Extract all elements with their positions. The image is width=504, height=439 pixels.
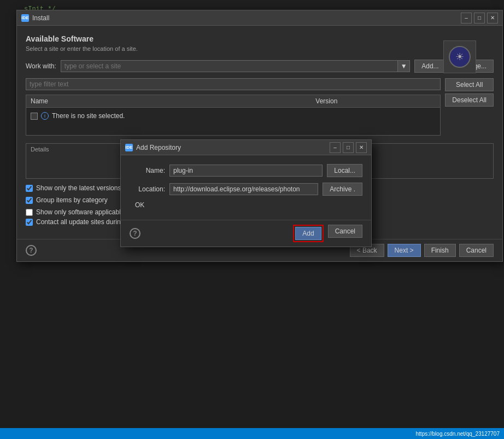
add-repo-minimize-button[interactable]: –	[330, 142, 341, 153]
eclipse-logo: ☀	[449, 46, 471, 68]
archive-button[interactable]: Archive .	[323, 183, 362, 196]
add-repo-action-buttons: Add Cancel	[140, 225, 362, 242]
location-input[interactable]	[169, 183, 318, 195]
ide-icon: IDE	[21, 14, 29, 22]
group-category-label: Group items by category	[36, 196, 108, 204]
status-url: https://blog.csdn.net/qq_23127707	[416, 431, 500, 437]
work-with-input[interactable]	[61, 60, 398, 72]
add-repo-footer: ? Add Cancel	[121, 220, 371, 247]
next-button[interactable]: Next >	[388, 244, 421, 257]
deselect-all-button[interactable]: Deselect All	[445, 93, 494, 107]
add-repo-add-button[interactable]: Add	[295, 227, 321, 240]
latest-versions-checkbox[interactable]	[26, 185, 33, 192]
row-checkbox[interactable]	[31, 113, 38, 120]
filter-row	[26, 78, 441, 90]
work-with-combo: ▼	[61, 60, 410, 72]
name-column-header: Name	[31, 97, 315, 105]
bottom-help: ?	[26, 245, 37, 256]
combo-dropdown-arrow[interactable]: ▼	[398, 60, 410, 72]
add-repo-titlebar: IDE Add Repository – □ ✕	[121, 140, 371, 155]
location-label: Location:	[130, 185, 165, 193]
section-subtitle: Select a site or enter the location of a…	[26, 45, 450, 52]
maximize-button[interactable]: □	[474, 13, 485, 24]
table-row: i There is no site selected.	[31, 111, 436, 121]
ok-text: OK	[130, 201, 362, 209]
add-repo-titlebar-controls: – □ ✕	[330, 142, 367, 153]
group-category-checkbox[interactable]	[26, 197, 33, 204]
add-repo-close-button[interactable]: ✕	[356, 142, 367, 153]
logo-area: ☀	[443, 40, 476, 73]
add-repo-ide-icon: IDE	[125, 144, 133, 151]
add-repo-maximize-button[interactable]: □	[343, 142, 354, 153]
select-all-button[interactable]: Select All	[445, 78, 494, 91]
software-table: Name Version i There is no site selected…	[26, 95, 441, 136]
cancel-button[interactable]: Cancel	[459, 244, 494, 257]
table-body: i There is no site selected.	[26, 108, 440, 135]
add-repository-dialog: IDE Add Repository – □ ✕ Name: Local... …	[120, 139, 372, 247]
minimize-button[interactable]: –	[461, 13, 472, 24]
location-row: Location: Archive .	[130, 183, 362, 196]
titlebar-controls: – □ ✕	[461, 13, 498, 24]
work-with-row: Work with: ▼ Add... Manage...	[26, 60, 494, 73]
info-icon: i	[41, 112, 49, 120]
name-row: Name: Local...	[130, 164, 362, 177]
work-with-label: Work with:	[26, 62, 56, 70]
target-env-checkbox[interactable]	[26, 209, 33, 216]
filter-input[interactable]	[26, 78, 441, 90]
contact-sites-checkbox[interactable]	[26, 219, 33, 226]
name-label: Name:	[130, 167, 165, 174]
side-buttons: Select All Deselect All	[445, 78, 494, 140]
section-title: Available Software	[26, 34, 450, 43]
checkbox-row-group: Group items by category	[26, 195, 108, 205]
close-button[interactable]: ✕	[487, 13, 498, 24]
add-repo-help-icon[interactable]: ?	[130, 228, 140, 239]
add-repo-cancel-button[interactable]: Cancel	[328, 225, 362, 238]
no-site-message: There is no site selected.	[52, 112, 125, 120]
install-dialog-title: Install	[32, 14, 49, 22]
add-repo-title: Add Repository	[136, 144, 181, 151]
name-input[interactable]	[169, 165, 323, 177]
status-bar: https://blog.csdn.net/qq_23127707	[0, 428, 504, 439]
install-dialog-titlebar: IDE Install – □ ✕	[17, 10, 502, 26]
add-button-highlight: Add	[293, 225, 323, 242]
version-column-header: Version	[315, 97, 436, 105]
add-repo-content: Name: Local... Location: Archive . OK	[121, 155, 371, 220]
help-icon[interactable]: ?	[26, 245, 37, 256]
finish-button[interactable]: Finish	[424, 244, 456, 257]
add-button[interactable]: Add...	[414, 60, 446, 73]
table-header: Name Version	[26, 95, 440, 108]
local-button[interactable]: Local...	[327, 164, 362, 177]
